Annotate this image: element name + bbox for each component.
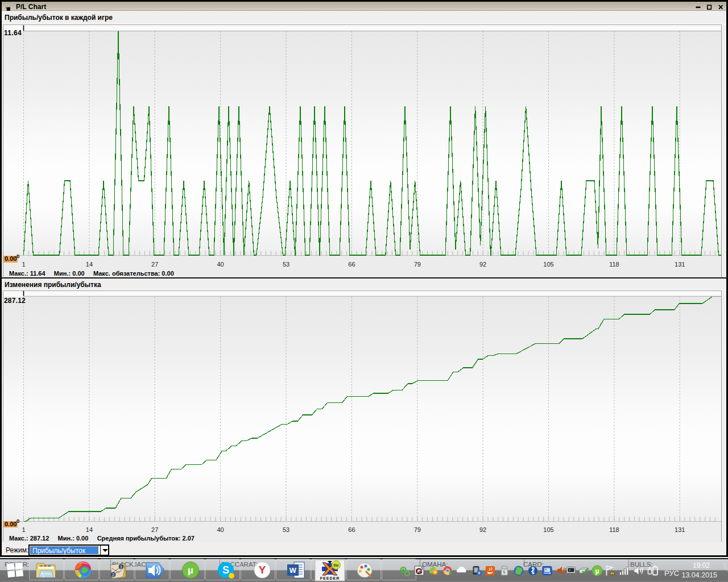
svg-text:92: 92 [479,261,486,268]
svg-text:53: 53 [283,261,289,268]
svg-text:53: 53 [283,526,289,533]
svg-text:66: 66 [348,526,355,533]
svg-text:118: 118 [609,526,619,533]
svg-text:14: 14 [86,526,93,533]
svg-text:79: 79 [414,526,421,533]
svg-text:1: 1 [22,526,25,533]
svg-text:14: 14 [86,261,93,268]
svg-text:27: 27 [151,261,158,268]
svg-text:27: 27 [151,526,158,533]
svg-text:105: 105 [543,526,553,533]
svg-text:40: 40 [217,261,224,268]
svg-text:105: 105 [543,261,553,268]
svg-text:118: 118 [609,261,619,268]
svg-text:92: 92 [479,526,486,533]
svg-text:66: 66 [348,261,355,268]
svg-text:40: 40 [217,526,224,533]
svg-text:131: 131 [675,261,685,268]
svg-text:79: 79 [414,261,421,268]
svg-text:µ: µ [595,567,599,575]
svg-text:1: 1 [22,261,25,268]
svg-text:131: 131 [675,526,685,533]
